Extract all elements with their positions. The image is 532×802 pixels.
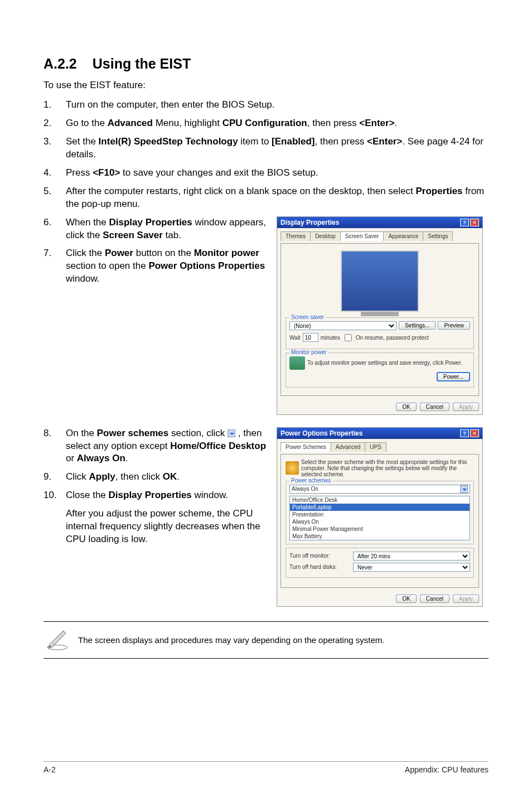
step-number: 6. xyxy=(43,216,66,242)
turn-off-group: Turn off monitor: After 20 mins Turn off… xyxy=(286,548,474,578)
page-footer: A-2 Appendix: CPU features xyxy=(43,761,489,774)
tab-desktop[interactable]: Desktop xyxy=(310,231,341,241)
tab-power-schemes[interactable]: Power Schemes xyxy=(280,442,331,452)
step-item: 3.Set the Intel(R) SpeedStep Technology … xyxy=(43,136,489,161)
footer-chapter: Appendix: CPU features xyxy=(405,765,489,774)
cancel-button[interactable]: Cancel xyxy=(420,403,449,411)
power-schemes-group: Power schemes Always On Home/Office Desk… xyxy=(286,481,474,544)
dropdown-option[interactable]: Always On xyxy=(290,518,470,525)
footer-page-number: A-2 xyxy=(43,765,56,774)
turn-off-monitor-label: Turn off monitor: xyxy=(289,553,351,559)
step-number: 2. xyxy=(43,117,66,130)
step-text: On the Power schemes section, click , th… xyxy=(66,427,267,466)
monitor-preview xyxy=(341,250,419,312)
ok-button[interactable]: OK xyxy=(396,595,416,603)
bold-term: Power xyxy=(105,248,133,258)
energy-icon xyxy=(289,356,305,370)
note-pencil-icon xyxy=(46,627,69,653)
dropdown-option[interactable]: Presentation xyxy=(290,511,470,518)
help-icon[interactable]: ? xyxy=(460,219,469,226)
step-text: Go to the Advanced Menu, highlight CPU C… xyxy=(66,117,489,130)
step-number: 7. xyxy=(43,247,66,286)
step-text: Turn on the computer, then enter the BIO… xyxy=(66,99,489,112)
tab-screen-saver[interactable]: Screen Saver xyxy=(340,231,384,241)
chevron-down-icon xyxy=(460,485,468,493)
dropdown-option[interactable]: Home/Office Desk xyxy=(290,496,470,504)
window-titlebar: Display Properties ? × xyxy=(277,217,482,228)
password-checkbox[interactable] xyxy=(345,334,352,341)
step-text: Set the Intel(R) SpeedStep Technology it… xyxy=(66,136,489,161)
close-icon[interactable]: × xyxy=(470,429,479,437)
power-button[interactable]: Power... xyxy=(437,372,470,381)
settings-button[interactable]: Settings... xyxy=(399,321,436,330)
step-text: Click the Power button on the Monitor po… xyxy=(66,247,267,286)
dropdown-option[interactable]: Portable/Laptop xyxy=(290,504,470,511)
step-number: 5. xyxy=(43,185,66,211)
power-scheme-select[interactable]: Always On xyxy=(289,485,470,494)
step-text: When the Display Properties window appea… xyxy=(66,216,267,242)
power-options-window: Power Options Properties ? × Power Schem… xyxy=(277,427,483,607)
step-text: After the computer restarts, right click… xyxy=(66,185,489,211)
dropdown-option[interactable]: Minimal Power Management xyxy=(290,525,470,533)
monitor-power-text: To adjust monitor power settings and sav… xyxy=(307,360,470,366)
step-item: 10.Close the Display Properties window. xyxy=(43,489,267,502)
step-number: 9. xyxy=(43,471,66,484)
power-scheme-dropdown-list[interactable]: Home/Office DeskPortable/LaptopPresentat… xyxy=(289,496,470,540)
bold-term: CPU Configuration xyxy=(223,118,307,128)
step-item: 8.On the Power schemes section, click , … xyxy=(43,427,267,466)
screensaver-select[interactable]: (None) xyxy=(289,321,396,330)
dropdown-option[interactable]: Max Battery xyxy=(290,533,470,540)
steps-list-mid: 6.When the Display Properties window app… xyxy=(43,216,267,286)
step-text: After you adjust the power scheme, the C… xyxy=(66,508,267,546)
step-item: 4.Press <F10> to save your changes and e… xyxy=(43,167,489,180)
wait-input[interactable] xyxy=(303,333,318,342)
bold-term: OK xyxy=(163,471,177,482)
turn-off-monitor-select[interactable]: After 20 mins xyxy=(353,552,470,561)
turn-off-hd-select[interactable]: Never xyxy=(353,563,470,572)
step-item: 1.Turn on the computer, then enter the B… xyxy=(43,99,489,112)
ok-button[interactable]: OK xyxy=(396,403,416,411)
tab-themes[interactable]: Themes xyxy=(280,231,311,241)
step-number: 1. xyxy=(43,99,66,112)
section-title-text: Using the EIST xyxy=(93,56,191,71)
bold-term: Display Properties xyxy=(109,490,192,500)
step-item: 2.Go to the Advanced Menu, highlight CPU… xyxy=(43,117,489,130)
power-scheme-selected: Always On xyxy=(292,486,318,492)
tab-advanced[interactable]: Advanced xyxy=(331,442,365,452)
step-item: 9.Click Apply, then click OK. xyxy=(43,471,267,484)
apply-button[interactable]: Apply xyxy=(453,403,479,411)
close-icon[interactable]: × xyxy=(470,219,479,226)
screensaver-group: Screen saver (None) Settings... Preview … xyxy=(286,317,474,349)
bold-term: Always On xyxy=(77,453,125,463)
tab-ups[interactable]: UPS xyxy=(365,442,386,452)
bold-term: Intel(R) SpeedStep Technology xyxy=(99,136,238,147)
help-icon[interactable]: ? xyxy=(460,429,469,437)
step-item: 6.When the Display Properties window app… xyxy=(43,216,267,242)
wait-label: Wait xyxy=(289,335,301,341)
bold-term: Monitor power xyxy=(194,248,259,258)
monitor-power-group: Monitor power To adjust monitor power se… xyxy=(286,352,474,388)
window-title: Power Options Properties xyxy=(280,429,362,437)
power-schemes-desc: Select the power scheme with the most ap… xyxy=(301,459,474,477)
power-icon xyxy=(286,461,299,475)
note-text: The screen displays and procedures may v… xyxy=(78,635,384,645)
step-number: 4. xyxy=(43,167,66,180)
bold-term: <Enter> xyxy=(359,118,394,128)
tab-strip: Power SchemesAdvancedUPS xyxy=(280,442,479,452)
intro-text: To use the EIST feature: xyxy=(43,80,489,91)
note-box: The screen displays and procedures may v… xyxy=(43,621,489,659)
cancel-button[interactable]: Cancel xyxy=(420,595,449,603)
preview-button[interactable]: Preview xyxy=(438,321,470,330)
tab-settings[interactable]: Settings xyxy=(423,231,453,241)
apply-button[interactable]: Apply xyxy=(453,595,479,603)
section-heading: A.2.2Using the EIST xyxy=(43,56,489,72)
tab-strip: ThemesDesktopScreen SaverAppearanceSetti… xyxy=(280,231,479,241)
step-item: 5.After the computer restarts, right cli… xyxy=(43,185,489,211)
window-titlebar: Power Options Properties ? × xyxy=(277,428,482,439)
section-number: A.2.2 xyxy=(43,56,77,71)
bold-term: <Enter> xyxy=(367,136,402,147)
tab-appearance[interactable]: Appearance xyxy=(383,231,423,241)
step-text: Click Apply, then click OK. xyxy=(66,471,267,484)
step-number xyxy=(43,508,66,546)
step-number: 10. xyxy=(43,489,66,502)
